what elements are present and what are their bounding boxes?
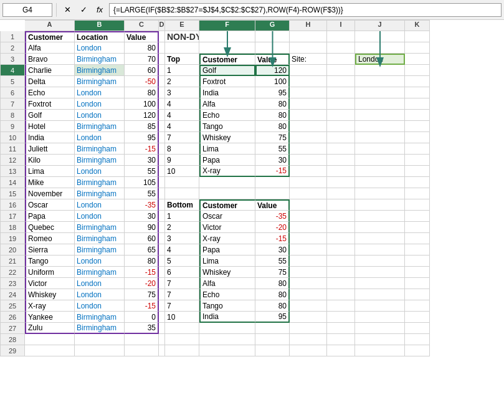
cell-D23[interactable] [159, 278, 165, 289]
row-header-24[interactable]: 24 [0, 289, 25, 300]
cell-C12[interactable]: 30 [125, 155, 159, 166]
cell-H28[interactable] [290, 334, 327, 345]
cell-G8[interactable]: 80 [255, 110, 290, 121]
cell-F24[interactable]: Echo [199, 289, 255, 300]
cell-F29[interactable] [199, 345, 255, 356]
cell-H27[interactable] [290, 323, 327, 334]
cell-I17[interactable] [327, 211, 355, 222]
cell-I27[interactable] [327, 323, 355, 334]
col-header-A[interactable]: A [25, 20, 75, 31]
cell-K5[interactable] [405, 76, 430, 87]
row-header-20[interactable]: 20 [0, 244, 25, 255]
cell-A25[interactable]: X-ray [25, 300, 75, 312]
col-header-F[interactable]: F [199, 20, 255, 31]
cell-C28[interactable] [125, 334, 159, 345]
cell-J15[interactable] [355, 188, 405, 199]
cell-D24[interactable] [159, 289, 165, 300]
cell-D9[interactable] [159, 121, 165, 132]
cell-I18[interactable] [327, 222, 355, 233]
cell-D14[interactable] [159, 177, 165, 188]
cell-C3[interactable]: 70 [125, 54, 159, 65]
cell-B20[interactable]: Birmingham [75, 244, 125, 255]
row-header-29[interactable]: 29 [0, 345, 25, 356]
cell-J5[interactable] [355, 76, 405, 87]
cell-G19[interactable]: -15 [255, 233, 290, 244]
cell-E20[interactable]: 4 [165, 244, 199, 255]
cell-I7[interactable] [327, 98, 355, 110]
cell-I11[interactable] [327, 143, 355, 155]
cell-B19[interactable]: Birmingham [75, 233, 125, 244]
cell-K6[interactable] [405, 87, 430, 98]
cell-D4[interactable] [159, 65, 165, 76]
cell-A12[interactable]: Kilo [25, 155, 75, 166]
cell-E13[interactable]: 10 [165, 166, 199, 177]
cell-J16[interactable] [355, 199, 405, 211]
cell-A19[interactable]: Romeo [25, 233, 75, 244]
cell-C19[interactable]: 60 [125, 233, 159, 244]
cell-G1[interactable] [255, 31, 290, 42]
cell-A13[interactable]: Lima [25, 166, 75, 177]
cell-C14[interactable]: 105 [125, 177, 159, 188]
cell-E11[interactable]: 8 [165, 143, 199, 155]
cell-H18[interactable] [290, 222, 327, 233]
cell-D27[interactable] [159, 323, 165, 334]
cell-I16[interactable] [327, 199, 355, 211]
cell-H16[interactable] [290, 199, 327, 211]
cell-I19[interactable] [327, 233, 355, 244]
cell-I8[interactable] [327, 110, 355, 121]
cell-B9[interactable]: Birmingham [75, 121, 125, 132]
cell-F3[interactable]: Customer [199, 54, 255, 65]
cell-C7[interactable]: 100 [125, 98, 159, 110]
cell-E14[interactable] [165, 177, 199, 188]
row-header-6[interactable]: 6 [0, 87, 25, 98]
cell-K23[interactable] [405, 278, 430, 289]
cell-E19[interactable]: 3 [165, 233, 199, 244]
cell-A2[interactable]: Alfa [25, 42, 75, 54]
row-header-19[interactable]: 19 [0, 233, 25, 244]
cell-E18[interactable]: 2 [165, 222, 199, 233]
cell-H9[interactable] [290, 121, 327, 132]
cell-A9[interactable]: Hotel [25, 121, 75, 132]
cell-F22[interactable]: Whiskey [199, 267, 255, 278]
cell-K4[interactable] [405, 65, 430, 76]
cell-F21[interactable]: Lima [199, 255, 255, 267]
cell-C8[interactable]: 120 [125, 110, 159, 121]
cell-E3[interactable]: Top [165, 54, 199, 65]
cell-C6[interactable]: 80 [125, 87, 159, 98]
cell-E1[interactable]: NON-DYNAMIC ARRAYS [165, 31, 199, 42]
cell-A27[interactable]: Zulu [25, 323, 75, 334]
cell-G28[interactable] [255, 334, 290, 345]
cell-A10[interactable]: India [25, 132, 75, 143]
cell-K25[interactable] [405, 300, 430, 312]
cell-K16[interactable] [405, 199, 430, 211]
cell-F6[interactable]: India [199, 87, 255, 98]
cell-G17[interactable]: -35 [255, 211, 290, 222]
cell-D28[interactable] [159, 334, 165, 345]
cell-C18[interactable]: 90 [125, 222, 159, 233]
cell-I28[interactable] [327, 334, 355, 345]
cell-I12[interactable] [327, 155, 355, 166]
cell-F10[interactable]: Whiskey [199, 132, 255, 143]
cell-I25[interactable] [327, 300, 355, 312]
row-header-23[interactable]: 23 [0, 278, 25, 289]
cell-G3[interactable]: Value [255, 54, 290, 65]
cell-J14[interactable] [355, 177, 405, 188]
cell-D1[interactable] [159, 31, 165, 42]
cell-D11[interactable] [159, 143, 165, 155]
col-header-B[interactable]: B [75, 20, 125, 31]
cell-J10[interactable] [355, 132, 405, 143]
col-header-D[interactable]: D [159, 20, 165, 31]
cell-I20[interactable] [327, 244, 355, 255]
cell-G25[interactable]: 80 [255, 300, 290, 312]
cell-K20[interactable] [405, 244, 430, 255]
cell-A16[interactable]: Oscar [25, 199, 75, 211]
cell-H7[interactable] [290, 98, 327, 110]
row-header-17[interactable]: 17 [0, 211, 25, 222]
cell-E27[interactable] [165, 323, 199, 334]
cell-H17[interactable] [290, 211, 327, 222]
cell-H12[interactable] [290, 155, 327, 166]
confirm-button[interactable]: ✓ [77, 3, 90, 17]
cell-D17[interactable] [159, 211, 165, 222]
row-header-28[interactable]: 28 [0, 334, 25, 345]
cell-A7[interactable]: Foxtrot [25, 98, 75, 110]
